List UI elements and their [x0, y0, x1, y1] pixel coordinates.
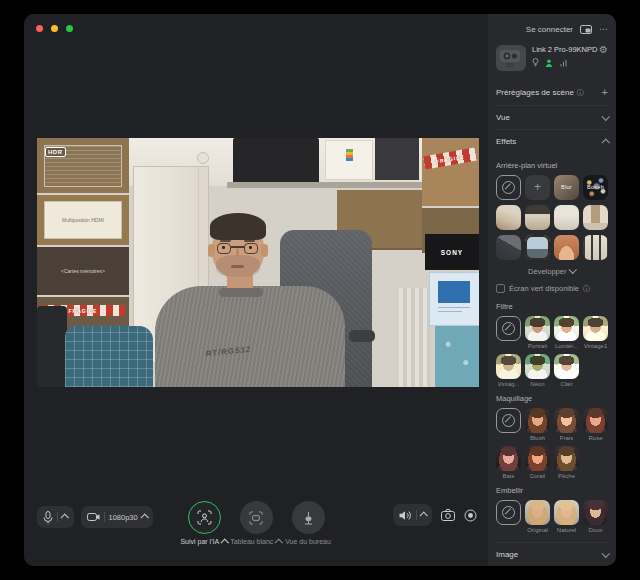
person-ear — [261, 244, 268, 257]
bg-scene-option[interactable] — [496, 235, 521, 260]
device-thumbnail — [496, 45, 526, 71]
scene-box: Multiposition HDMI — [37, 195, 129, 245]
section-scene-presets[interactable]: Préréglages de scène ⓘ + — [496, 81, 608, 106]
beautify-none-option[interactable] — [496, 500, 521, 525]
person-hair — [210, 213, 266, 240]
chevron-down-icon — [569, 266, 577, 274]
scene-blue-bag — [65, 326, 153, 387]
toolbar-right — [393, 504, 478, 526]
makeup-option[interactable]: Pêche — [554, 446, 579, 479]
bg-blur-option[interactable]: Blur — [554, 175, 579, 200]
beautify-option[interactable]: Doux — [583, 500, 608, 533]
makeup-none-option[interactable] — [496, 408, 521, 433]
minimize-window-button[interactable] — [51, 25, 58, 32]
ai-tracking-button[interactable]: Suivi par l'IA — [176, 501, 232, 545]
device-card: Link 2 Pro-99KNPD ⚙ — [496, 45, 608, 77]
snapshot-button[interactable] — [441, 509, 455, 521]
bg-scene-option[interactable] — [554, 235, 579, 260]
bg-scene-option[interactable] — [583, 235, 608, 260]
scene-presets-title: Préréglages de scène — [496, 88, 574, 97]
makeup-option[interactable]: Blush — [525, 408, 550, 441]
whiteboard-button[interactable]: Tableau blanc — [232, 501, 280, 545]
green-screen-row: Écran vert disponible ⓘ — [496, 284, 608, 293]
bg-scene-option[interactable] — [496, 205, 521, 230]
section-image[interactable]: Image — [496, 543, 608, 567]
desk-view-button[interactable]: Vue du bureau — [280, 501, 336, 545]
beautify-title: Embellir — [496, 486, 608, 495]
none-icon — [502, 181, 515, 194]
bg-scene-option[interactable] — [525, 205, 550, 230]
makeup-option[interactable]: Rose — [583, 408, 608, 441]
scene-teal-box — [435, 326, 479, 387]
info-icon: ⓘ — [583, 285, 590, 292]
pip-icon[interactable] — [580, 25, 592, 34]
bg-scene-option[interactable] — [525, 235, 550, 260]
info-icon: ⓘ — [577, 89, 584, 96]
connect-button[interactable]: Se connecter — [526, 25, 573, 34]
develop-link[interactable]: Développer — [496, 267, 608, 276]
person-torso — [155, 286, 345, 387]
hdr-badge: HDR — [45, 147, 66, 157]
section-view[interactable]: Vue — [496, 106, 608, 131]
add-preset-button[interactable]: + — [602, 87, 608, 98]
chevron-up-icon — [221, 539, 229, 547]
makeup-option[interactable]: Corail — [525, 446, 550, 479]
person-eyebrow — [220, 240, 231, 242]
more-icon[interactable]: ⋯ — [599, 25, 608, 34]
bg-scene-option[interactable] — [583, 205, 608, 230]
scene-box: FRAGILE — [422, 138, 479, 206]
bg-scene-option[interactable] — [554, 205, 579, 230]
makeup-option[interactable]: Baie — [496, 446, 521, 479]
scene-radiator — [399, 288, 431, 387]
record-button[interactable] — [464, 509, 477, 522]
effects-title: Effets — [496, 137, 516, 146]
filter-option[interactable]: Vintage1 — [583, 316, 608, 349]
desk-view-icon — [302, 511, 315, 525]
makeup-grid: Blush Frais Rose Baie Corail Pêche — [496, 408, 608, 479]
image-title: Image — [496, 550, 518, 559]
beautify-option[interactable]: Naturel — [554, 500, 579, 533]
person-collar — [219, 288, 263, 297]
person-eyebrow — [244, 240, 255, 242]
filter-title: Filtre — [496, 302, 608, 311]
person-glasses — [244, 243, 258, 254]
bg-none-option[interactable] — [496, 175, 521, 200]
view-title: Vue — [496, 113, 510, 122]
app-window: Multiposition HDMI <Cartes mémoires> FRA… — [24, 14, 616, 566]
chevron-up-icon — [601, 139, 609, 147]
device-settings-gear-icon[interactable]: ⚙ — [599, 45, 608, 55]
scene-box-label: <Cartes mémoires> — [61, 268, 105, 274]
scene-box-label: Multiposition HDMI — [62, 217, 104, 223]
person-ear — [208, 244, 215, 257]
section-effects[interactable]: Effets — [496, 130, 608, 154]
filter-none-option[interactable] — [496, 316, 521, 341]
filter-option[interactable]: Néon — [525, 354, 550, 387]
zoom-window-button[interactable] — [66, 25, 73, 32]
none-icon — [502, 506, 515, 519]
green-screen-label: Écran vert disponible — [509, 284, 579, 293]
filter-option[interactable]: Lumièr... — [554, 316, 579, 349]
makeup-option[interactable]: Frais — [554, 408, 579, 441]
makeup-title: Maquillage — [496, 394, 608, 403]
close-window-button[interactable] — [36, 25, 43, 32]
bg-bokeh-option[interactable]: Bokeh — [583, 175, 608, 200]
filter-option[interactable]: Clair — [554, 354, 579, 387]
person-nose — [236, 248, 239, 258]
filter-option[interactable]: Portrait — [525, 316, 550, 349]
filter-option[interactable]: Vintag... — [496, 354, 521, 387]
person-eye — [249, 246, 252, 249]
beautify-option[interactable]: Original — [525, 500, 550, 533]
light-status-icon — [532, 58, 539, 67]
whiteboard-icon — [249, 511, 263, 525]
green-screen-checkbox[interactable] — [496, 284, 505, 293]
scene-sony-box: SONY — [425, 234, 479, 270]
none-icon — [502, 414, 515, 427]
bg-add-button[interactable]: + — [525, 175, 550, 200]
signal-status-icon — [559, 59, 568, 67]
scene-fragile-tape: FRAGILE — [423, 148, 476, 170]
scene-smoke-detector — [197, 152, 209, 164]
beautify-grid: Original Naturel Doux — [496, 500, 608, 533]
chevron-down-icon — [601, 112, 609, 120]
speaker-selector[interactable] — [393, 504, 433, 526]
scene-monitor — [233, 138, 319, 184]
